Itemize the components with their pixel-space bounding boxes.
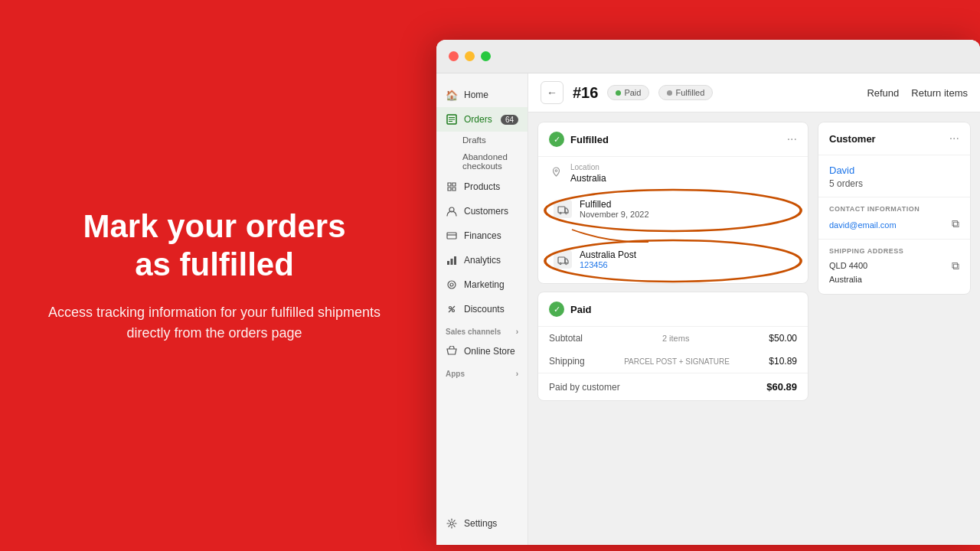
fulfilled-more-button[interactable]: ··· [787, 132, 797, 146]
sub-heading: Access tracking information for your ful… [46, 302, 383, 344]
sidebar-item-finances[interactable]: Finances [436, 223, 528, 248]
payment-check-icon: ✓ [549, 302, 564, 317]
order-number: #16 [573, 84, 598, 102]
sidebar-item-online-store[interactable]: Online Store [436, 339, 528, 364]
abandoned-label: Abandoned checkouts [462, 152, 508, 171]
customer-card-title: Customer [829, 133, 876, 145]
subtotal-meta: 2 items [662, 334, 689, 343]
browser-window: 🏠 Home Orders 64 Drafts [436, 40, 980, 545]
apps-label: Apps [446, 370, 465, 378]
svg-point-10 [448, 281, 456, 289]
fulfilled-date-inner: Fulfilled November 9, 2022 [546, 193, 800, 225]
customer-card-header: Customer ··· [818, 122, 970, 155]
shipping-meta: PARCEL POST + SIGNATURE [624, 357, 730, 366]
apps-section[interactable]: Apps › [436, 364, 528, 381]
svg-rect-21 [558, 257, 565, 263]
tracking-inner: Australia Post 123456 [546, 243, 800, 276]
fulfilled-date-container: Fulfilled November 9, 2022 [546, 193, 800, 225]
svg-point-15 [450, 522, 453, 525]
location-row: Location Australia [538, 157, 808, 190]
svg-point-16 [555, 169, 557, 171]
copy-email-button[interactable]: ⧉ [952, 217, 959, 230]
contact-section-title: CONTACT INFORMATION [829, 205, 959, 213]
copy-address-button[interactable]: ⧉ [952, 259, 959, 272]
back-button[interactable]: ← [541, 81, 564, 104]
analytics-label: Analytics [464, 255, 501, 266]
finances-icon [446, 230, 458, 242]
svg-rect-5 [447, 233, 456, 239]
sidebar-item-home[interactable]: 🏠 Home [436, 83, 528, 107]
return-items-button[interactable]: Return items [911, 87, 968, 99]
tracking-content: Australia Post 123456 [580, 249, 636, 269]
contact-section: CONTACT INFORMATION ⧉ david@email.com [818, 197, 970, 239]
sidebar-item-products[interactable]: Products [436, 174, 528, 199]
shipping-amount: $10.89 [769, 356, 797, 367]
customers-label: Customers [464, 206, 508, 217]
location-label: Location [570, 163, 797, 171]
tracking-number[interactable]: 123456 [580, 260, 636, 269]
paid-badge: Paid [607, 85, 649, 100]
location-icon [549, 165, 563, 178]
paid-dot [616, 90, 621, 96]
shipping-section-title: SHIPPING ADDRESS [829, 247, 959, 255]
svg-point-12 [449, 307, 452, 309]
finances-label: Finances [464, 230, 501, 241]
main-heading: Mark your ordersas fulfilled [83, 207, 345, 285]
sidebar-item-marketing[interactable]: Marketing [436, 272, 528, 297]
online-store-label: Online Store [464, 346, 515, 357]
customer-name-link[interactable]: David [829, 165, 854, 176]
subtotal-label: Subtotal [549, 333, 583, 344]
location-value: Australia [570, 173, 797, 184]
sidebar-item-customers[interactable]: Customers [436, 199, 528, 223]
total-label: Paid by customer [549, 382, 620, 393]
address-line1: QLD 4400 [829, 259, 959, 273]
marketing-icon [446, 279, 458, 291]
title-bar [436, 40, 980, 73]
total-amount: $60.89 [766, 381, 797, 393]
left-panel: Mark your ordersas fulfilled Access trac… [0, 0, 429, 551]
sidebar-item-orders[interactable]: Orders 64 [436, 107, 528, 132]
online-store-icon [446, 345, 458, 357]
products-icon [446, 181, 458, 193]
sales-channels-chevron: › [516, 328, 518, 336]
settings-label: Settings [464, 518, 497, 529]
analytics-icon [446, 254, 458, 266]
app-body: 🏠 Home Orders 64 Drafts [436, 73, 980, 545]
carrier-name: Australia Post [580, 249, 636, 260]
sales-channels-section[interactable]: Sales channels › [436, 321, 528, 339]
apps-chevron: › [516, 370, 518, 378]
fulfilled-dot [667, 90, 672, 96]
fulfilled-date-label: Fulfilled [580, 199, 649, 210]
sidebar-orders-label: Orders [464, 114, 492, 125]
payment-card-header: ✓ Paid [538, 292, 808, 327]
shipping-label: Shipping [549, 356, 585, 367]
customer-email[interactable]: david@email.com [829, 220, 897, 230]
sidebar-item-analytics[interactable]: Analytics [436, 248, 528, 272]
sidebar-item-settings[interactable]: Settings [436, 511, 528, 536]
sidebar-item-discounts[interactable]: Discounts [436, 297, 528, 321]
sidebar-item-abandoned[interactable]: Abandoned checkouts [436, 148, 528, 174]
close-button[interactable] [449, 51, 459, 61]
content-area: ✓ Fulfilled ··· [528, 112, 980, 545]
minimize-button[interactable] [465, 51, 475, 61]
fulfilled-date-value: November 9, 2022 [580, 210, 649, 219]
discounts-icon [446, 303, 458, 315]
maximize-button[interactable] [481, 51, 491, 61]
customers-icon [446, 205, 458, 217]
orders-icon [446, 113, 458, 126]
main-panel: ← #16 Paid Fulfilled Refund Return items [528, 73, 980, 545]
payment-shipping-row: Shipping PARCEL POST + SIGNATURE $10.89 [538, 350, 808, 373]
refund-button[interactable]: Refund [867, 87, 899, 99]
sidebar-item-drafts[interactable]: Drafts [436, 132, 528, 148]
sidebar-home-label: Home [464, 90, 488, 100]
fulfilled-card-header: ✓ Fulfilled ··· [538, 122, 808, 157]
swoosh-container [549, 228, 797, 243]
fulfilled-label: Fulfilled [675, 88, 704, 97]
location-content: Location Australia [570, 163, 797, 184]
sidebar: 🏠 Home Orders 64 Drafts [436, 73, 528, 545]
customer-card: Customer ··· David 5 orders CONTACT INFO… [818, 122, 971, 295]
home-icon: 🏠 [446, 89, 458, 101]
address-line2: Australia [829, 273, 959, 287]
carrier-icon [554, 250, 572, 269]
customer-more-button[interactable]: ··· [949, 132, 959, 145]
